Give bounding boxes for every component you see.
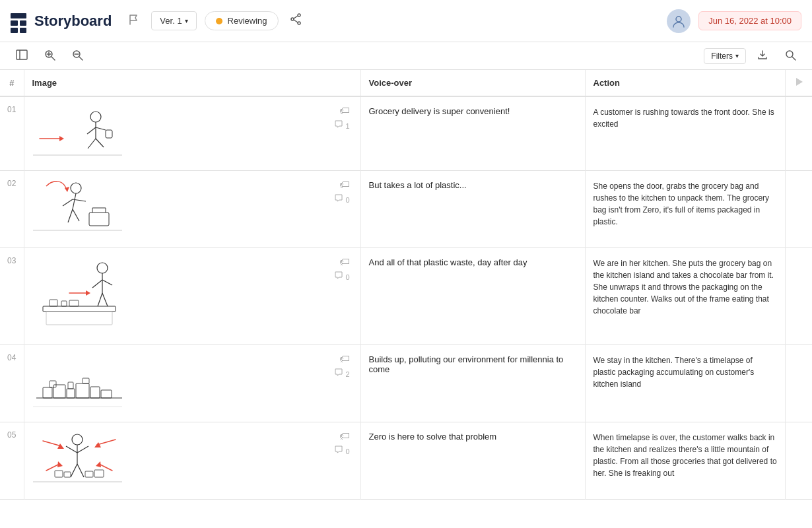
- svg-marker-72: [96, 461, 101, 467]
- svg-rect-78: [55, 471, 63, 477]
- svg-point-1: [298, 22, 300, 24]
- tag-icon-05[interactable]: 🏷: [339, 430, 350, 442]
- image-meta-03: 🏷 0: [131, 253, 355, 284]
- svg-rect-81: [94, 470, 104, 477]
- svg-rect-51: [61, 301, 67, 306]
- sketch-svg-04: [30, 350, 125, 413]
- svg-line-77: [77, 464, 84, 477]
- sketch-01[interactable]: [30, 102, 125, 165]
- tag-icon-03[interactable]: 🏷: [339, 256, 350, 268]
- tag-icon-02[interactable]: 🏷: [339, 179, 350, 191]
- svg-rect-40: [43, 306, 116, 312]
- comment-count-03[interactable]: 0: [334, 271, 349, 281]
- storyboard-table: # Image Voice-over Action 01: [0, 70, 812, 528]
- download-icon: [757, 49, 768, 61]
- row-num-05: 05: [0, 422, 24, 500]
- svg-marker-43: [86, 290, 90, 296]
- comment-count-04[interactable]: 2: [334, 368, 349, 378]
- tag-icon-04[interactable]: 🏷: [339, 353, 350, 365]
- svg-line-49: [102, 293, 108, 306]
- comment-count-05[interactable]: 0: [334, 445, 349, 455]
- sketch-04[interactable]: [30, 350, 125, 413]
- table-row: 05: [0, 422, 812, 500]
- action-05: When timelapse is over, the customer wal…: [585, 422, 786, 500]
- comment-count-02[interactable]: 0: [334, 193, 349, 204]
- voiceover-01: Grocery delivery is super convenient!: [360, 96, 585, 171]
- svg-rect-80: [85, 471, 93, 477]
- col-header-num: #: [0, 70, 24, 96]
- svg-marker-70: [57, 461, 63, 467]
- comment-count-01[interactable]: 1: [334, 119, 349, 130]
- status-dot: [216, 18, 222, 24]
- zoom-in-icon: [44, 49, 55, 61]
- image-meta-02: 🏷 0: [131, 176, 355, 207]
- download-button[interactable]: [751, 46, 774, 66]
- filters-button[interactable]: Filters ▾: [704, 48, 746, 64]
- svg-rect-59: [101, 390, 112, 398]
- svg-line-13: [79, 57, 83, 60]
- image-cell-01: 🏷 1: [24, 96, 360, 171]
- table-row: 04: [0, 345, 812, 422]
- svg-rect-26: [106, 130, 112, 138]
- search-button[interactable]: [779, 46, 801, 66]
- version-button[interactable]: Ver. 1 ▾: [151, 11, 196, 30]
- zoom-in-button[interactable]: [38, 46, 61, 66]
- svg-rect-52: [69, 300, 79, 306]
- action-02: She opens the door, grabs the grocery ba…: [585, 171, 786, 248]
- svg-rect-54: [43, 387, 52, 398]
- image-cell-03: 🏷 0: [24, 248, 360, 345]
- svg-line-23: [96, 127, 106, 130]
- image-meta-05: 🏷 0: [131, 428, 355, 458]
- svg-rect-60: [50, 381, 56, 387]
- col-header-image: Image: [24, 70, 360, 96]
- svg-line-76: [71, 464, 77, 477]
- svg-line-33: [68, 209, 73, 222]
- app-title: Storyboard: [34, 13, 112, 30]
- sketch-svg-05: [30, 428, 125, 490]
- toggle-sidebar-button[interactable]: [11, 46, 33, 66]
- svg-rect-79: [64, 472, 71, 477]
- comment-icon-05: [334, 445, 343, 454]
- reviewing-button[interactable]: Reviewing: [205, 11, 279, 30]
- share-button[interactable]: [287, 10, 305, 32]
- image-cell-04: 🏷 2: [24, 345, 360, 422]
- svg-line-4: [294, 20, 298, 22]
- svg-line-9: [51, 57, 55, 60]
- comment-icon: [334, 119, 343, 129]
- action-03: We are in her kitchen. She puts the groc…: [585, 248, 786, 345]
- svg-line-47: [102, 280, 112, 285]
- svg-rect-57: [76, 383, 89, 398]
- zoom-out-button[interactable]: [66, 46, 88, 66]
- comment-icon-04: [334, 368, 343, 377]
- svg-rect-56: [67, 389, 75, 398]
- zoom-out-icon: [71, 49, 83, 61]
- tag-icon-01[interactable]: 🏷: [339, 105, 350, 117]
- image-cell-02: 🏷 0: [24, 171, 360, 248]
- svg-rect-6: [17, 50, 27, 59]
- sidebar-icon: [16, 49, 28, 61]
- voiceover-02: But takes a lot of plastic...: [360, 171, 585, 248]
- svg-line-30: [73, 193, 76, 209]
- play-cell-04: [786, 345, 813, 422]
- row-num-02: 02: [0, 171, 24, 248]
- date-label: Jun 16, 2022 at 10:00: [708, 16, 792, 26]
- voiceover-05: Zero is here to solve that problem: [360, 422, 585, 500]
- sketch-05[interactable]: [30, 428, 125, 490]
- image-meta-01: 🏷 1: [131, 102, 355, 133]
- flag-button[interactable]: [125, 11, 143, 31]
- user-icon: [671, 14, 686, 28]
- sketch-02[interactable]: [30, 176, 125, 239]
- svg-line-31: [63, 199, 73, 206]
- sketch-svg-03: [30, 253, 125, 336]
- row-num-01: 01: [0, 96, 24, 171]
- sketch-03[interactable]: [30, 253, 125, 336]
- svg-marker-19: [59, 136, 64, 141]
- share-icon: [289, 13, 302, 26]
- table-row: 03: [0, 248, 812, 345]
- status-label: Reviewing: [228, 16, 267, 26]
- col-header-voiceover: Voice-over: [360, 70, 585, 96]
- avatar[interactable]: [667, 9, 691, 33]
- voiceover-03: And all of that plastic waste, day after…: [360, 248, 585, 345]
- image-meta-04: 🏷 2: [131, 350, 355, 381]
- action-01: A customer is rushing towards the front …: [585, 96, 786, 171]
